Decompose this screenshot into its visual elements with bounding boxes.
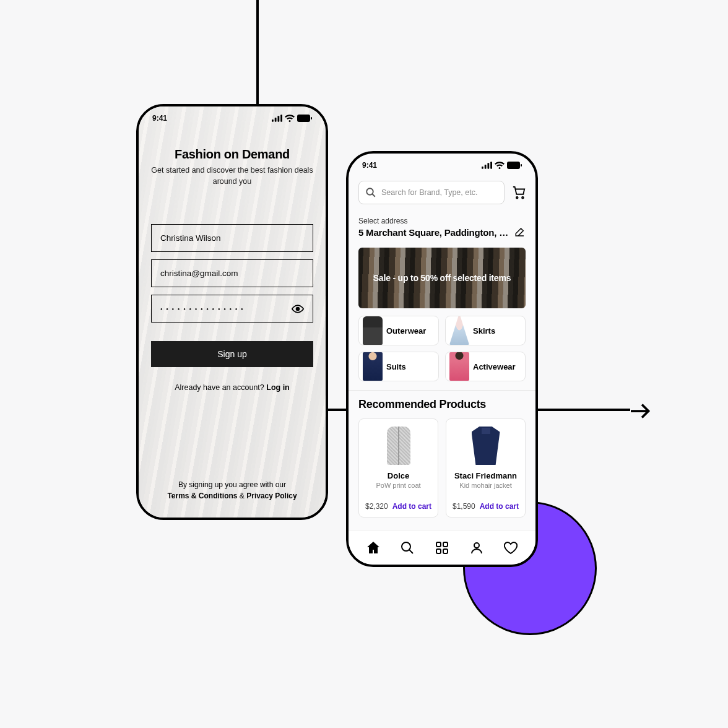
status-bar: 9:41 (139, 106, 326, 130)
svg-rect-3 (280, 115, 282, 121)
nav-favorites-icon[interactable] (503, 540, 518, 555)
product-brand: Dolce (365, 471, 431, 480)
bottom-nav (349, 530, 535, 565)
svg-rect-7 (482, 167, 483, 169)
category-suits[interactable]: Suits (358, 352, 439, 381)
svg-rect-1 (275, 118, 277, 122)
add-to-cart-button[interactable]: Add to cart (480, 502, 519, 511)
name-value: Christina Wilson (160, 233, 221, 243)
privacy-link[interactable]: Privacy Policy (246, 492, 297, 500)
svg-point-21 (474, 543, 479, 548)
category-thumb (363, 352, 383, 381)
svg-rect-5 (311, 117, 312, 119)
nav-profile-icon[interactable] (469, 540, 484, 555)
login-link[interactable]: Log in (266, 383, 290, 392)
svg-rect-4 (297, 115, 310, 122)
status-time: 9:41 (152, 114, 167, 123)
category-outerwear[interactable]: Outerwear (358, 316, 439, 345)
signal-icon (482, 162, 492, 169)
signal-icon (272, 115, 282, 122)
password-field[interactable]: ● ● ● ● ● ● ● ● ● ● ● ● ● ● ● (151, 295, 313, 323)
eye-icon[interactable] (292, 303, 304, 315)
promo-banner[interactable]: Sale - up to 50% off selected items (358, 248, 526, 308)
product-card[interactable]: Dolce PoW print coat $2,320 Add to cart (358, 418, 438, 518)
wifi-icon (495, 162, 505, 169)
home-screen: 9:41 Search for Brand, Type, etc. Select… (346, 151, 538, 567)
cart-icon[interactable] (512, 186, 526, 199)
product-card[interactable]: Staci Friedmann Kid mohair jacket $1,590… (446, 418, 526, 518)
search-input[interactable]: Search for Brand, Type, etc. (358, 181, 505, 204)
svg-rect-17 (436, 542, 441, 547)
svg-rect-9 (487, 163, 489, 168)
promo-banner-text: Sale - up to 50% off selected items (373, 273, 511, 283)
svg-point-6 (297, 307, 300, 310)
divider (349, 390, 535, 391)
product-name: Kid mohair jacket (453, 482, 519, 489)
nav-search-icon[interactable] (400, 540, 415, 555)
svg-rect-20 (443, 549, 448, 553)
email-value: christina@gmail.com (160, 269, 238, 278)
svg-point-15 (522, 197, 524, 199)
signup-button[interactable]: Sign up (151, 341, 313, 367)
password-mask: ● ● ● ● ● ● ● ● ● ● ● ● ● ● ● (160, 307, 245, 311)
nav-categories-icon[interactable] (435, 540, 449, 555)
category-thumb (449, 352, 469, 381)
category-thumb (363, 316, 383, 345)
recommended-title: Recommended Products (358, 398, 526, 411)
signup-screen: 9:41 Fashion on Demand Get started and d… (136, 104, 328, 520)
nav-home-icon[interactable] (366, 540, 381, 555)
svg-rect-10 (490, 162, 492, 168)
svg-point-14 (516, 197, 518, 199)
search-icon (365, 187, 376, 198)
name-field[interactable]: Christina Wilson (151, 224, 313, 252)
category-skirts[interactable]: Skirts (445, 316, 526, 345)
page-title: Fashion on Demand (151, 147, 313, 162)
svg-point-16 (402, 542, 410, 551)
svg-rect-0 (272, 119, 274, 122)
battery-icon (507, 162, 522, 169)
login-row: Already have an account? Log in (151, 383, 313, 392)
svg-rect-2 (277, 116, 279, 121)
svg-rect-18 (443, 542, 448, 547)
flow-arrow-icon (629, 400, 651, 425)
status-time: 9:41 (362, 161, 377, 170)
status-bar: 9:41 (349, 154, 535, 177)
product-price: $1,590 (453, 502, 475, 511)
wifi-icon (285, 115, 295, 122)
add-to-cart-button[interactable]: Add to cart (392, 502, 431, 511)
legal-text: By signing up you agree with our Terms &… (139, 479, 326, 501)
product-image (365, 425, 431, 466)
category-thumb (449, 316, 469, 345)
svg-rect-8 (485, 165, 487, 169)
product-brand: Staci Friedmann (453, 471, 519, 480)
terms-link[interactable]: Terms & Conditions (167, 492, 237, 500)
flow-line-vertical (256, 0, 259, 105)
search-placeholder: Search for Brand, Type, etc. (381, 188, 477, 197)
battery-icon (297, 115, 312, 122)
product-image (453, 425, 519, 466)
product-price: $2,320 (365, 502, 388, 511)
svg-rect-11 (507, 162, 520, 169)
address-value: 5 Marchant Square, Paddington, L... (358, 227, 509, 238)
email-field[interactable]: christina@gmail.com (151, 259, 313, 287)
svg-rect-12 (521, 164, 522, 167)
product-name: PoW print coat (365, 482, 431, 489)
edit-icon[interactable] (514, 227, 526, 238)
category-activewear[interactable]: Activewear (445, 352, 526, 381)
svg-rect-19 (436, 549, 441, 553)
page-subtitle: Get started and discover the best fashio… (151, 165, 313, 187)
address-label: Select address (358, 217, 526, 225)
svg-point-13 (366, 188, 373, 195)
